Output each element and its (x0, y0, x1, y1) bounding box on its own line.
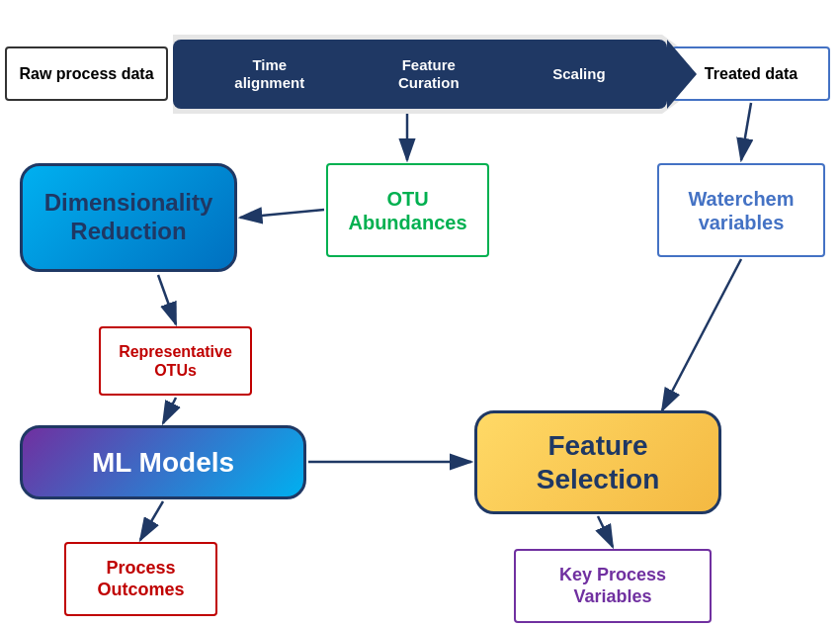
representative-otus-box: Representative OTUs (99, 326, 252, 396)
pipeline-step-scaling: Scaling (552, 65, 605, 83)
arrow-repotus-to-mlmodels (163, 398, 176, 423)
feature-selection-label: Feature Selection (537, 429, 659, 495)
treated-data-label: Treated data (705, 65, 798, 83)
raw-process-data-label: Raw process data (19, 65, 153, 83)
process-outcomes-label: Process Outcomes (97, 558, 184, 600)
waterchem-box: Waterchem variables (657, 163, 825, 257)
pipeline-bar: Timealignment FeatureCuration Scaling (173, 40, 667, 109)
dimensionality-reduction-label: Dimensionality Reduction (44, 189, 213, 246)
ml-models-label: ML Models (92, 447, 234, 479)
process-outcomes-box: Process Outcomes (64, 542, 217, 616)
dimensionality-reduction-box: Dimensionality Reduction (20, 163, 237, 272)
raw-process-data-box: Raw process data (5, 46, 168, 101)
ml-models-box: ML Models (20, 425, 306, 499)
key-process-variables-label: Key Process Variables (559, 565, 666, 607)
waterchem-label: Waterchem variables (688, 187, 794, 234)
key-process-variables-box: Key Process Variables (514, 549, 712, 623)
feature-selection-box: Feature Selection (474, 410, 721, 514)
diagram: Raw process data Treated data Timealignm… (0, 0, 840, 627)
representative-otus-label: Representative OTUs (119, 342, 232, 380)
arrow-otu-to-dimred (240, 210, 324, 218)
pipeline-step-feature-curation: FeatureCuration (398, 56, 460, 92)
arrow-treated-to-waterchem (741, 103, 751, 160)
arrow-dimred-to-repotus (158, 275, 176, 324)
pipeline-step-time-alignment: Timealignment (234, 56, 304, 92)
arrow-waterchem-to-featuresel (662, 259, 741, 410)
otu-abundances-label: OTU Abundances (348, 187, 466, 234)
arrow-mlmodels-to-outcomes (140, 501, 163, 540)
arrow-featuresel-to-keyprocvars (598, 516, 613, 547)
otu-abundances-box: OTU Abundances (326, 163, 489, 257)
